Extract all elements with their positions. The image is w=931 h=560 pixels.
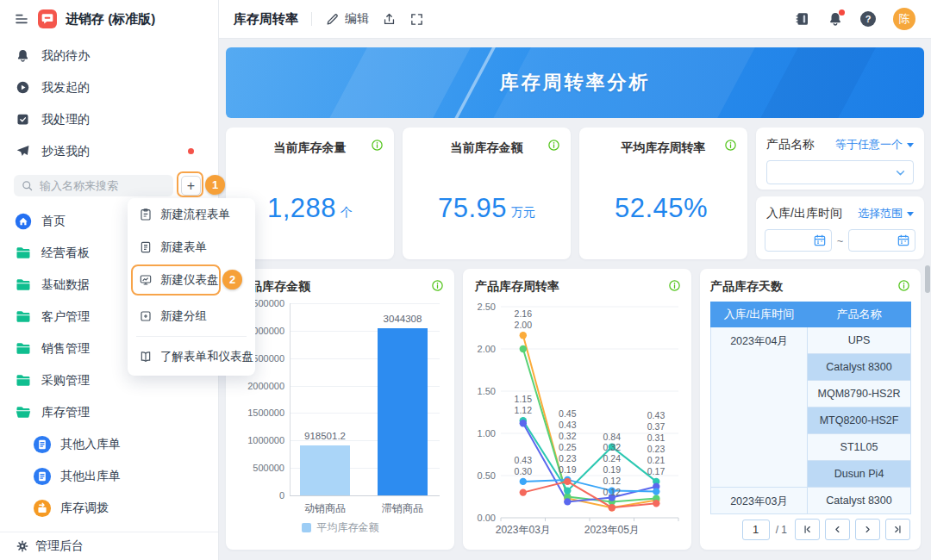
svg-text:1.12: 1.12	[515, 405, 533, 415]
kpi-card-turnover-rate: 平均库存周转率 52.45%	[579, 128, 747, 259]
table-title: 产品库存天数	[710, 279, 783, 295]
folder-icon	[15, 372, 32, 389]
svg-text:0.23: 0.23	[647, 444, 665, 454]
sidebar-item-my-processed[interactable]: 我处理的	[0, 103, 218, 135]
menu-item-new-group[interactable]: 新建分组	[128, 300, 255, 333]
menu-divider	[136, 336, 247, 337]
help-button[interactable]: ?	[860, 11, 876, 27]
svg-text:0.43: 0.43	[647, 410, 665, 420]
info-icon[interactable]	[547, 139, 560, 152]
first-page-button[interactable]	[795, 519, 820, 540]
sidebar-item-inventory-mgmt[interactable]: 库存管理	[0, 396, 218, 428]
sidebar-item-other-inbound[interactable]: 其他入库单	[0, 428, 218, 460]
svg-text:0.19: 0.19	[559, 464, 577, 475]
bar-ytick-label: 2000000	[226, 381, 284, 391]
bar-ytick-label: 500000	[226, 463, 284, 473]
svg-text:0.12: 0.12	[603, 487, 622, 497]
svg-text:2.00: 2.00	[478, 344, 496, 354]
svg-text:0.43: 0.43	[559, 420, 577, 430]
svg-text:1.00: 1.00	[478, 428, 496, 439]
filter-operator-dropdown[interactable]: 等于任意一个	[835, 137, 914, 152]
folder-icon	[15, 308, 32, 326]
product-cell: Dusun Pi4	[808, 461, 911, 488]
menu-item-learn-forms-dashboards[interactable]: 了解表单和仪表盘	[128, 340, 255, 373]
inventory-days-table: 入库/出库时间 产品名称 2023年04月UPSCatalyst 8300MQM…	[710, 302, 911, 514]
kpi-title: 当前库存余量	[226, 128, 394, 156]
date-input-start[interactable]	[765, 229, 832, 252]
fullscreen-button[interactable]	[409, 12, 424, 27]
svg-text:2.16: 2.16	[515, 308, 533, 319]
product-cell: UPS	[808, 327, 911, 354]
notification-dot	[839, 9, 845, 16]
edit-label: 编辑	[345, 11, 369, 27]
notifications-button[interactable]	[828, 11, 843, 27]
menu-item-label: 了解表单和仪表盘	[160, 349, 253, 364]
svg-text:2.50: 2.50	[478, 302, 496, 312]
chevron-down-icon	[893, 165, 908, 180]
admin-console-button[interactable]: 管理后台	[0, 532, 218, 560]
bar-chart-legend[interactable]: 平均库存金额	[226, 520, 454, 535]
svg-text:1.15: 1.15	[515, 394, 533, 404]
calendar-icon	[813, 233, 827, 247]
sidebar-item-my-initiated[interactable]: 我发起的	[0, 72, 218, 103]
page-total: / 1	[776, 524, 787, 536]
kpi-value: 52.45%	[579, 170, 747, 247]
app-logo-icon	[38, 9, 57, 28]
info-icon[interactable]	[371, 139, 384, 152]
menu-item-label: 新建流程表单	[160, 207, 230, 222]
filter-range-dropdown[interactable]: 选择范围	[858, 206, 914, 221]
info-icon[interactable]	[668, 279, 681, 292]
menu-item-new-flow-form[interactable]: 新建流程表单	[128, 198, 255, 231]
line-chart-plot: 0.000.501.001.502.002.502023年03月2023年05月…	[463, 298, 691, 550]
sidebar-item-label: 其他出库单	[60, 469, 121, 484]
share-button[interactable]	[382, 12, 397, 27]
info-icon[interactable]	[724, 139, 737, 152]
sidebar-item-cc-to-me[interactable]: 抄送我的	[0, 135, 218, 167]
bar-category-label: 滞销商品	[359, 501, 446, 516]
admin-console-label: 管理后台	[35, 538, 84, 554]
date-cell: 2023年04月	[711, 327, 808, 488]
app-window: 进销存 (标准版) 库存周转率 编辑 ? 陈	[0, 0, 931, 560]
sidebar-item-label: 首页	[41, 214, 66, 229]
pagination: / 1	[742, 519, 910, 540]
line-chart-card: 产品库存周转率 0.000.501.001.502.002.502023年03月…	[463, 269, 691, 550]
avatar[interactable]: 陈	[893, 8, 915, 30]
flow-form-icon	[139, 208, 153, 221]
next-page-button[interactable]	[855, 519, 880, 540]
date-input-end[interactable]	[848, 229, 915, 252]
edit-button[interactable]: 编辑	[325, 11, 369, 27]
journal-icon[interactable]	[795, 11, 810, 27]
hamburger-menu-icon[interactable]	[14, 11, 29, 27]
menu-item-new-form[interactable]: 新建表单	[128, 231, 255, 264]
filter-row: 入库/出库时间 选择范围	[756, 196, 924, 221]
sidebar-item-my-todo[interactable]: 我的待办	[0, 40, 218, 72]
transfer-icon	[33, 499, 52, 518]
kpi-number: 75.95	[438, 193, 507, 224]
page-input[interactable]	[742, 520, 770, 540]
last-page-button[interactable]	[885, 519, 910, 540]
prev-page-button[interactable]	[825, 519, 850, 540]
table-card: 产品库存天数 入库/出库时间 产品名称 2023年04月UPSCatalyst …	[700, 269, 921, 550]
legend-label: 平均库存金额	[317, 520, 379, 535]
folder-icon	[15, 340, 32, 358]
svg-text:0.21: 0.21	[647, 455, 665, 465]
product-select[interactable]	[766, 160, 914, 184]
search-input[interactable]	[14, 175, 173, 196]
dashboard-icon	[139, 273, 153, 287]
unread-dot	[188, 148, 194, 154]
info-icon[interactable]	[897, 279, 910, 292]
menu-item-label: 新建表单	[160, 240, 207, 255]
svg-text:0.50: 0.50	[478, 470, 496, 481]
book-icon	[139, 350, 153, 364]
product-cell: Catalyst 8300	[808, 354, 911, 381]
product-cell: ST1L05	[808, 434, 911, 461]
sidebar-item-other-outbound[interactable]: 其他出库单	[0, 460, 218, 492]
filter-row: 产品名称 等于任意一个	[756, 128, 924, 152]
menu-item-label: 新建分组	[160, 308, 207, 324]
sidebar-item-label: 经营看板	[41, 246, 90, 261]
sidebar-item-inventory-transfer[interactable]: 库存调拨	[0, 492, 218, 524]
svg-text:0.32: 0.32	[559, 431, 577, 441]
page-scrollbar-thumb[interactable]	[925, 265, 930, 293]
svg-text:0.31: 0.31	[647, 432, 665, 443]
svg-text:0.37: 0.37	[647, 421, 665, 432]
